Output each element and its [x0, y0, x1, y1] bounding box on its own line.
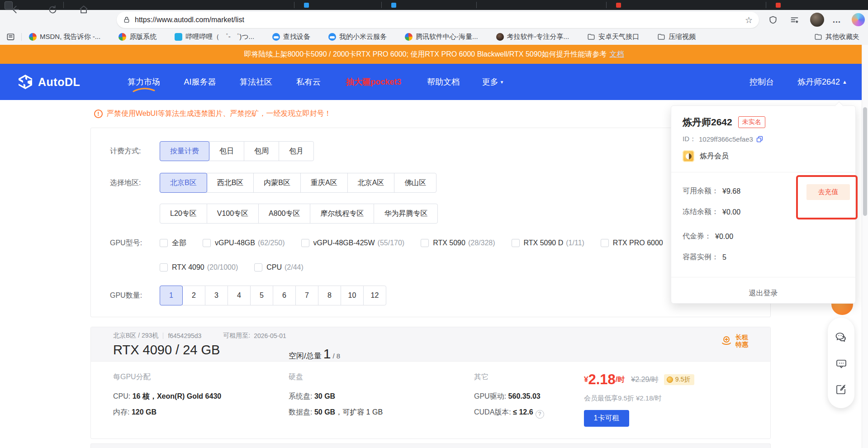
frozen-balance: ¥0.00	[722, 208, 740, 216]
checkbox[interactable]	[301, 239, 309, 247]
copy-icon[interactable]	[756, 135, 764, 143]
gpu-count-6[interactable]: 6	[273, 286, 296, 305]
favorite-star-icon[interactable]: ☆	[745, 15, 753, 25]
gpu-model-row1: GPU型号: 全部 vGPU-48GB(62/250) vGPU-48GB-42…	[110, 237, 679, 249]
gpu-model-cpu[interactable]: CPU(2/44)	[254, 263, 304, 272]
zone-option-l20[interactable]: L20专区	[160, 204, 207, 224]
back-button[interactable]	[9, 4, 21, 15]
nav-item-more[interactable]: 更多▾	[482, 64, 503, 100]
user-id-label: ID：	[683, 135, 696, 143]
page-scrollbar[interactable]	[862, 45, 868, 448]
gpu-count-8[interactable]: 8	[318, 286, 341, 305]
zone-row: L20专区 V100专区 A800专区 摩尔线程专区 华为昇腾专区	[160, 204, 438, 223]
nav-item-market[interactable]: 算力市场	[128, 64, 160, 100]
tab-favicon[interactable]	[776, 3, 781, 8]
profile-avatar[interactable]	[810, 13, 824, 27]
feedback-chat-icon[interactable]	[835, 357, 848, 370]
cuda-help-icon[interactable]: ?	[536, 410, 544, 419]
billing-option-monthly[interactable]: 包月	[279, 141, 314, 161]
gpu-count-1[interactable]: 1	[160, 286, 183, 305]
browser-menu-icon[interactable]: …	[830, 14, 843, 26]
checkbox[interactable]	[203, 239, 211, 247]
gpu-count-4[interactable]: 4	[228, 286, 251, 305]
region-option-beijing-b[interactable]: 北京B区	[160, 173, 207, 193]
address-bar[interactable]: https://www.autodl.com/market/list ☆	[117, 12, 759, 28]
other-favorites[interactable]: 其他收藏夹	[814, 29, 859, 45]
gpu-model-vgpu48[interactable]: vGPU-48GB(62/250)	[203, 239, 285, 247]
browser-essentials-icon[interactable]	[767, 14, 779, 26]
gpu-count-2[interactable]: 2	[182, 286, 205, 305]
tab-favicon[interactable]	[304, 3, 309, 8]
bookmarks-bar: MSDN, 我告诉你 -... 原版系统 哔哩哔哩（ ゜- ゜)つ... 查找设…	[0, 29, 868, 45]
lock-icon[interactable]	[123, 16, 130, 24]
gpu-count-5[interactable]: 5	[250, 286, 273, 305]
favorites-bar-icon[interactable]	[788, 14, 801, 26]
checkbox[interactable]	[160, 239, 168, 247]
nav-item-algo-community[interactable]: 算法社区	[240, 64, 272, 100]
gpu-count-3[interactable]: 3	[205, 286, 228, 305]
nav-item-console[interactable]: 控制台	[749, 64, 774, 100]
checkbox[interactable]	[254, 263, 262, 272]
billing-option-daily[interactable]: 包日	[209, 141, 244, 161]
bookmark-item[interactable]: 安卓天气接口	[587, 33, 639, 41]
tab-favicon[interactable]	[616, 3, 621, 8]
url-text[interactable]: https://www.autodl.com/market/list	[135, 16, 745, 24]
warning-icon: !	[94, 110, 103, 118]
gpu-model-rtxpro6000[interactable]: RTX PRO 6000	[601, 239, 663, 247]
refresh-button[interactable]	[47, 4, 58, 15]
nav-item-help-docs[interactable]: 帮助文档	[427, 64, 460, 100]
region-option-beijing-a[interactable]: 北京A区	[347, 173, 395, 193]
billing-option-weekly[interactable]: 包周	[244, 141, 279, 161]
bookmark-item[interactable]: 压缩视频	[657, 33, 696, 41]
gpu-count-7[interactable]: 7	[295, 286, 318, 305]
bookmark-item[interactable]: 考拉软件-专注分享...	[496, 33, 569, 41]
region-option-foshan[interactable]: 佛山区	[394, 173, 436, 193]
gpu-model-rtx4090[interactable]: RTX 4090(20/1000)	[160, 263, 238, 272]
checkbox[interactable]	[512, 239, 520, 247]
home-button[interactable]	[78, 4, 90, 15]
reading-list-icon[interactable]	[6, 33, 15, 41]
billing-option-payg[interactable]: 按量计费	[160, 141, 209, 161]
tab-favicon[interactable]	[391, 3, 396, 8]
copilot-icon[interactable]	[852, 13, 865, 26]
zone-option-moore[interactable]: 摩尔线程专区	[310, 204, 374, 224]
listing-region: 北京B区 / 293机	[113, 332, 158, 340]
nav-item-ai-server[interactable]: AI服务器	[184, 64, 216, 100]
gpu-model-rtx5090d[interactable]: RTX 5090 D(1/11)	[512, 239, 584, 247]
nav-item-promo-draw[interactable]: 抽大疆pocket3	[346, 64, 401, 100]
checkbox[interactable]	[160, 263, 168, 272]
bookmark-item[interactable]: 我的小米云服务	[328, 33, 387, 41]
gpu-count-12[interactable]: 12	[363, 286, 386, 305]
bilibili-favicon	[175, 33, 182, 41]
browser-tab-strip[interactable]	[0, 0, 868, 10]
logout-button[interactable]: 退出登录	[671, 282, 855, 304]
bookmark-item[interactable]: 原版系统	[119, 33, 157, 41]
brand[interactable]: AutoDL	[17, 64, 80, 100]
bookmark-item[interactable]: 腾讯软件中心-海量...	[405, 33, 478, 41]
gpu-model-vgpu48-425w[interactable]: vGPU-48GB-425W(55/170)	[301, 239, 405, 247]
rent-button[interactable]: 1卡可租	[584, 410, 629, 427]
zone-option-a800[interactable]: A800专区	[258, 204, 310, 224]
nav-user-menu[interactable]: 炼丹师2642▲	[797, 64, 847, 100]
edit-feedback-icon[interactable]	[835, 383, 847, 396]
bookmark-item[interactable]: 哔哩哔哩（ ゜- ゜)つ...	[175, 33, 254, 41]
region-option-chongqing-a[interactable]: 重庆A区	[300, 173, 348, 193]
scrollbar-thumb[interactable]	[863, 107, 867, 216]
zone-option-ascend[interactable]: 华为昇腾专区	[374, 204, 438, 224]
region-option-xibei-b[interactable]: 西北B区	[207, 173, 254, 193]
bookmark-item[interactable]: MSDN, 我告诉你 -...	[29, 33, 100, 41]
region-option-neimeng-b[interactable]: 内蒙B区	[253, 173, 301, 193]
announcement-doc-link[interactable]: 文档	[610, 50, 624, 59]
checkbox[interactable]	[421, 239, 429, 247]
wechat-icon[interactable]	[835, 331, 848, 344]
checkbox[interactable]	[601, 239, 609, 247]
zone-option-v100[interactable]: V100专区	[207, 204, 259, 224]
bookmark-item[interactable]: 查找设备	[272, 33, 310, 41]
nav-item-private-cloud[interactable]: 私有云	[296, 64, 321, 100]
unverified-badge[interactable]: 未实名	[738, 116, 765, 128]
gpu-model-all[interactable]: 全部	[160, 238, 186, 248]
gpu-listing-card[interactable]: 北京B区 / 293机 f6454295d3 可租用至: 2026-05-01 …	[90, 327, 771, 439]
tab-divider	[476, 2, 477, 8]
gpu-count-10[interactable]: 10	[341, 286, 364, 305]
gpu-model-rtx5090[interactable]: RTX 5090(28/328)	[421, 239, 495, 247]
